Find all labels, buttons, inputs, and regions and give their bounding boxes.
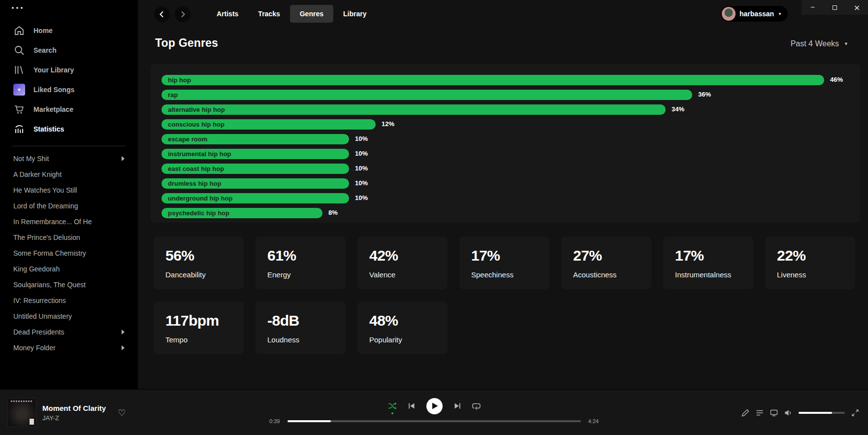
genre-bar[interactable]: alternative hip hop xyxy=(161,104,666,115)
back-button[interactable] xyxy=(154,6,170,22)
playlist-name: Soulqarians, The Quest xyxy=(13,281,125,289)
stat-card-loudness: -8dBLoudness xyxy=(256,301,346,354)
genre-bar[interactable]: hip hop xyxy=(161,75,824,85)
genre-bar[interactable]: psychedelic hip hop xyxy=(161,208,322,218)
previous-button[interactable] xyxy=(408,402,416,410)
stat-card-liveness: 22%Liveness xyxy=(765,236,855,289)
avatar xyxy=(722,7,736,21)
genre-label: escape room xyxy=(161,135,207,143)
playlist-name: A Darker Knight xyxy=(13,170,125,178)
playlist-item[interactable]: The Prince's Delusion xyxy=(0,230,138,245)
playlist-item[interactable]: A Darker Knight xyxy=(0,167,138,182)
genre-bar-row: hip hop46% xyxy=(161,73,849,88)
skip-forward-icon xyxy=(453,402,461,410)
repeat-icon xyxy=(472,402,481,410)
playlist-name: He Watches You Still xyxy=(13,186,125,194)
genre-bar[interactable]: conscious hip hop xyxy=(161,119,376,130)
volume-icon xyxy=(784,409,792,417)
tab-artists[interactable]: Artists xyxy=(207,5,248,23)
lyrics-button[interactable] xyxy=(741,409,749,417)
playlist-name: Dead Presidents xyxy=(13,328,122,336)
genre-bar-row: alternative hip hop34% xyxy=(161,103,849,118)
sidebar-item-statistics[interactable]: Statistics xyxy=(0,119,138,139)
tab-library[interactable]: Library xyxy=(333,5,376,23)
genre-percent: 10% xyxy=(355,135,368,142)
playlist-item[interactable]: IV: Resurrections xyxy=(0,293,138,308)
next-button[interactable] xyxy=(453,402,461,410)
playlist-item[interactable]: In Remembrance... Of He xyxy=(0,214,138,230)
playlist-item[interactable]: Untitled Unmastery xyxy=(0,308,138,324)
progress-fill xyxy=(288,420,331,422)
genre-label: instrumental hip hop xyxy=(161,150,231,158)
tab-genres[interactable]: Genres xyxy=(290,5,333,23)
maximize-button[interactable] xyxy=(824,0,846,15)
genre-label: drumless hip hop xyxy=(161,180,221,187)
progress-bar[interactable] xyxy=(288,420,581,422)
cart-icon xyxy=(13,103,25,115)
chevron-left-icon xyxy=(158,10,166,18)
stat-label: Liveness xyxy=(777,270,843,279)
play-button[interactable] xyxy=(426,398,443,414)
volume-fill xyxy=(799,412,832,414)
tab-tracks[interactable]: Tracks xyxy=(248,5,289,23)
genre-bar[interactable]: rap xyxy=(161,90,692,100)
genre-bar[interactable]: east coast hip hop xyxy=(161,164,349,174)
playlist-name: King Geedorah xyxy=(13,265,125,273)
shuffle-button[interactable] xyxy=(388,402,397,410)
fullscreen-icon xyxy=(851,409,859,417)
fullscreen-button[interactable] xyxy=(851,409,859,417)
playlist-item[interactable]: Soulqarians, The Quest xyxy=(0,277,138,293)
playlist-item[interactable]: Some Forma Chemistry xyxy=(0,245,138,261)
genre-bar[interactable]: instrumental hip hop xyxy=(161,149,349,159)
playlist-item[interactable]: Dead Presidents xyxy=(0,324,138,340)
stat-value: -8dB xyxy=(267,312,334,329)
sidebar-item-marketplace[interactable]: Marketplace xyxy=(0,100,138,119)
genre-percent: 36% xyxy=(698,91,711,98)
volume-button[interactable] xyxy=(784,409,792,417)
ellipsis-menu-icon[interactable] xyxy=(12,7,23,9)
stat-value: 48% xyxy=(369,312,436,329)
sidebar-item-liked-songs[interactable]: ♥Liked Songs xyxy=(0,80,138,100)
playlist-name: In Remembrance... Of He xyxy=(13,218,125,226)
user-menu[interactable]: harbassan ▼ xyxy=(721,6,788,22)
playlist-item[interactable]: Lord of the Dreaming xyxy=(0,198,138,214)
playlist-item[interactable]: Money Folder xyxy=(0,340,138,356)
close-button[interactable]: × xyxy=(846,0,868,15)
liked-songs-icon: ♥ xyxy=(13,84,25,96)
repeat-button[interactable] xyxy=(472,402,481,410)
sidebar: HomeSearchYour Library♥Liked SongsMarket… xyxy=(0,0,138,389)
genre-percent: 46% xyxy=(830,76,843,83)
genre-label: psychedelic hip hop xyxy=(161,209,229,217)
stat-value: 27% xyxy=(573,247,640,264)
genre-bar[interactable]: underground hip hop xyxy=(161,193,349,203)
playlist-item[interactable]: King Geedorah xyxy=(0,261,138,277)
transport-controls xyxy=(0,396,868,416)
volume-slider[interactable] xyxy=(799,412,845,414)
genre-label: east coast hip hop xyxy=(161,165,224,172)
genre-bar-row: escape room10% xyxy=(161,133,849,147)
forward-button[interactable] xyxy=(175,6,191,22)
genre-bar[interactable]: drumless hip hop xyxy=(161,178,349,189)
sidebar-item-home[interactable]: Home xyxy=(0,21,138,40)
genre-percent: 10% xyxy=(355,194,368,201)
playlist-item[interactable]: He Watches You Still xyxy=(0,182,138,198)
sidebar-divider xyxy=(12,146,126,146)
genre-bar[interactable]: escape room xyxy=(161,134,349,144)
sidebar-item-search[interactable]: Search xyxy=(0,40,138,60)
genre-label: underground hip hop xyxy=(161,195,232,202)
stat-card-danceability: 56%Danceability xyxy=(154,236,244,289)
genre-label: alternative hip hop xyxy=(161,106,225,113)
playlist-item[interactable]: Not My Shit xyxy=(0,151,138,167)
sidebar-item-your-library[interactable]: Your Library xyxy=(0,60,138,80)
playlist-name: Money Folder xyxy=(13,344,122,352)
stat-card-tempo: 117bpmTempo xyxy=(154,301,244,354)
minimize-button[interactable]: ─ xyxy=(802,0,824,15)
connect-device-button[interactable] xyxy=(770,409,778,417)
stat-card-energy: 61%Energy xyxy=(256,236,346,289)
stat-value: 117bpm xyxy=(165,312,232,329)
queue-button[interactable] xyxy=(756,409,764,417)
topbar: ArtistsTracksGenresLibrary harbassan ▼ xyxy=(138,0,868,29)
folder-arrow-icon xyxy=(122,156,125,161)
time-range-dropdown[interactable]: Past 4 Weeks ▼ xyxy=(791,39,848,48)
window-controls: ─ × xyxy=(802,0,868,15)
